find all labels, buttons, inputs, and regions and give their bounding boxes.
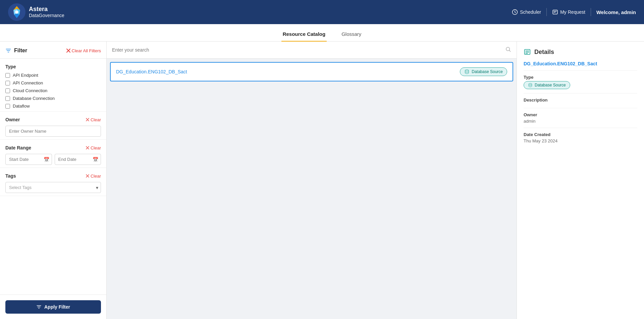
close-icon	[86, 174, 89, 178]
secondary-nav: Resource Catalog Glossary	[0, 24, 644, 42]
calendar-icon: 📅	[93, 157, 98, 162]
details-panel: Details DG_Education.ENG102_DB_Sact Type…	[517, 42, 644, 319]
calendar-icon: 📅	[44, 157, 49, 162]
type-checkbox-dataflow[interactable]	[5, 104, 10, 109]
start-date-wrap: 📅	[5, 154, 52, 165]
details-date-created-value: Thu May 23 2024	[524, 138, 637, 143]
brand-sub: DataGovernance	[29, 13, 64, 18]
type-item-cloud-connection[interactable]: Cloud Connection	[5, 88, 101, 93]
nav-divider-2	[591, 8, 591, 16]
details-type-label: Type	[524, 75, 637, 80]
search-input[interactable]	[112, 47, 502, 53]
astera-logo-icon	[8, 3, 25, 21]
details-description-label: Description	[524, 98, 637, 103]
logo-text: Astera DataGovernance	[29, 6, 64, 18]
result-type-badge: Database Source	[460, 67, 507, 76]
filter-panel: Filter Clear All Filters Type API Endpoi…	[0, 42, 107, 319]
details-owner-row: Owner admin	[524, 108, 637, 128]
tags-select-wrap: Select Tags ▾	[5, 182, 101, 193]
type-section-header: Type	[5, 64, 101, 69]
date-range-filter-section: Date Range Clear 📅 📅	[0, 140, 106, 168]
my-request-icon	[552, 9, 558, 15]
tab-glossary[interactable]: Glossary	[340, 27, 363, 42]
owner-clear-button[interactable]: Clear	[86, 117, 101, 122]
type-filter-section: Type API Endpoint API Connection Cloud C…	[0, 59, 106, 112]
scheduler-nav-item[interactable]: Scheduler	[512, 9, 541, 15]
main-layout: Filter Clear All Filters Type API Endpoi…	[0, 42, 644, 319]
nav-right: Scheduler My Request Welcome, admin	[512, 8, 636, 16]
top-nav: Astera DataGovernance Scheduler My Reque…	[0, 0, 644, 24]
tab-resource-catalog[interactable]: Resource Catalog	[281, 27, 327, 42]
type-item-api-endpoint[interactable]: API Endpoint	[5, 73, 101, 78]
filter-icon	[5, 48, 11, 54]
result-name: DG_Education.ENG102_DB_Sact	[116, 69, 187, 74]
details-panel-title: Details	[534, 49, 554, 56]
brand-name: Astera	[29, 6, 64, 13]
owner-name-input[interactable]	[5, 126, 101, 137]
svg-point-9	[465, 70, 469, 71]
welcome-text: Welcome, admin	[596, 9, 636, 15]
type-list: API Endpoint API Connection Cloud Connec…	[5, 73, 101, 109]
type-item-api-connection[interactable]: API Connection	[5, 80, 101, 85]
nav-divider	[546, 8, 547, 16]
tags-section-header: Tags Clear	[5, 173, 101, 179]
apply-filter-button[interactable]: Apply Filter	[5, 300, 101, 314]
type-checkbox-cloud-connection[interactable]	[5, 88, 10, 93]
date-range-section-header: Date Range Clear	[5, 145, 101, 150]
close-icon	[86, 118, 89, 121]
type-item-database-connection[interactable]: Database Connection	[5, 96, 101, 101]
date-row: 📅 📅	[5, 154, 101, 165]
filter-apply-icon	[36, 304, 42, 310]
end-date-wrap: 📅	[55, 154, 101, 165]
details-date-created-label: Date Created	[524, 132, 637, 137]
my-request-label: My Request	[560, 9, 585, 15]
details-owner-value: admin	[524, 119, 637, 124]
clear-all-filters-button[interactable]: Clear All Filters	[66, 48, 101, 53]
scheduler-icon	[512, 9, 518, 15]
scheduler-label: Scheduler	[520, 9, 541, 15]
details-owner-label: Owner	[524, 112, 637, 117]
filter-footer: Apply Filter	[0, 295, 106, 319]
filter-title: Filter	[5, 48, 27, 54]
type-checkbox-api-endpoint[interactable]	[5, 73, 10, 78]
details-date-created-row: Date Created Thu May 23 2024	[524, 128, 637, 147]
type-item-dataflow[interactable]: Dataflow	[5, 104, 101, 109]
svg-point-11	[529, 83, 532, 85]
search-bar	[107, 42, 517, 59]
owner-filter-section: Owner Clear	[0, 112, 106, 140]
content-panel: DG_Education.ENG102_DB_Sact Database Sou…	[107, 42, 517, 319]
tags-clear-button[interactable]: Clear	[86, 174, 101, 179]
database-icon	[464, 69, 470, 74]
results-area: DG_Education.ENG102_DB_Sact Database Sou…	[107, 59, 517, 319]
details-description-row: Description	[524, 93, 637, 108]
tags-filter-section: Tags Clear Select Tags ▾	[0, 168, 106, 196]
details-header: Details	[524, 48, 637, 56]
details-type-badge: Database Source	[524, 81, 570, 89]
my-request-nav-item[interactable]: My Request	[552, 9, 585, 15]
svg-point-5	[15, 10, 18, 14]
search-button[interactable]	[505, 46, 511, 54]
owner-section-title: Owner	[5, 117, 20, 122]
close-icon	[86, 146, 89, 149]
date-range-clear-button[interactable]: Clear	[86, 145, 101, 150]
type-checkbox-api-connection[interactable]	[5, 81, 10, 85]
close-icon	[66, 49, 70, 53]
owner-section-header: Owner Clear	[5, 117, 101, 122]
date-range-section-title: Date Range	[5, 145, 31, 150]
details-resource-name: DG_Education.ENG102_DB_Sact	[524, 61, 637, 66]
tags-section-title: Tags	[5, 173, 16, 179]
filter-header: Filter Clear All Filters	[0, 42, 106, 59]
database-icon	[528, 83, 533, 87]
type-checkbox-database-connection[interactable]	[5, 96, 10, 101]
type-section-title: Type	[5, 64, 16, 69]
details-icon	[524, 48, 531, 56]
tags-select[interactable]: Select Tags	[5, 182, 101, 193]
search-icon	[505, 46, 511, 52]
logo-area: Astera DataGovernance	[8, 3, 64, 21]
result-card[interactable]: DG_Education.ENG102_DB_Sact Database Sou…	[110, 62, 513, 81]
details-type-row: Type Database Source	[524, 70, 637, 93]
